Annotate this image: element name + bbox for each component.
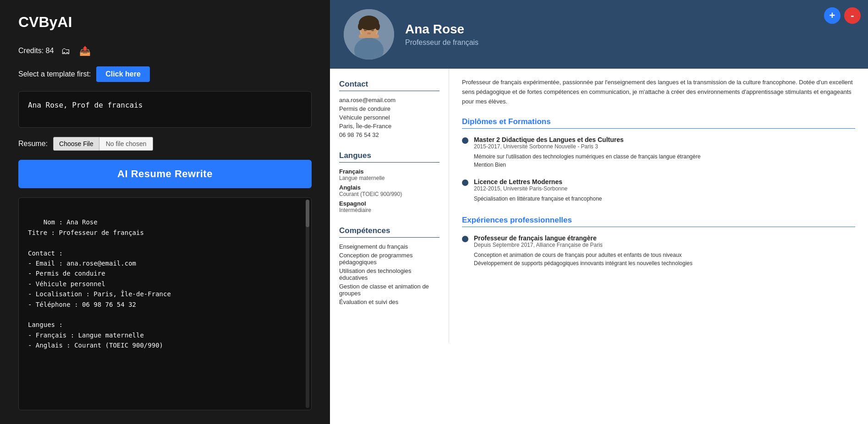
contact-item-4: Paris, Île-de-France	[339, 123, 439, 130]
cv-name-block: Ana Rose Professeur de français	[405, 22, 854, 47]
contact-item-2: Permis de conduire	[339, 105, 439, 112]
zoom-in-button[interactable]: +	[824, 7, 841, 24]
cv-header: Ana Rose Professeur de français + -	[330, 0, 868, 69]
svg-point-9	[367, 33, 371, 35]
lang-francais: Français Langue maternelle	[339, 168, 439, 181]
timeline-dot	[462, 137, 468, 144]
cv-container: Ana Rose Professeur de français + - Cont…	[330, 0, 868, 424]
cv-name: Ana Rose	[405, 22, 854, 37]
svg-point-8	[371, 29, 374, 31]
skill-5: Évaluation et suivi des	[339, 299, 439, 305]
resume-label: Resume:	[18, 140, 48, 148]
cv-contact-section: Contact ana.rose@email.com Permis de con…	[339, 80, 439, 138]
resume-text-content: Nom : Ana Rose Titre : Professeur de fra…	[28, 218, 171, 349]
skill-4: Gestion de classe et animation de groupe…	[339, 283, 439, 297]
timeline-dot	[462, 236, 468, 242]
experiences-section-title: Expériences professionnelles	[462, 216, 855, 227]
click-here-button[interactable]: Click here	[96, 66, 149, 82]
lang-espagnol: Espagnol Intermédiaire	[339, 200, 439, 213]
right-panel: Ana Rose Professeur de français + - Cont…	[330, 0, 868, 424]
diplome-item-1: Master 2 Didactique des Langues et des C…	[462, 136, 855, 169]
lang-anglais: Anglais Courant (TOEIC 900/990)	[339, 184, 439, 197]
no-file-label: No file chosen	[99, 137, 154, 151]
scrollbar-thumb[interactable]	[306, 200, 309, 227]
cv-job-title: Professeur de français	[405, 38, 854, 47]
scrollbar-track	[306, 200, 309, 408]
contact-item-5: 06 98 76 54 32	[339, 131, 439, 138]
contact-section-title: Contact	[339, 80, 439, 91]
skill-1: Enseignement du français	[339, 243, 439, 250]
skill-2: Conception de programmes pédagogiques	[339, 252, 439, 266]
template-row: Select a template first: Click here	[18, 66, 312, 82]
cv-languages-section: Langues Français Langue maternelle Angla…	[339, 151, 439, 213]
cv-left-column: Contact ana.rose@email.com Permis de con…	[330, 69, 449, 343]
cv-competences-section: Compétences Enseignement du français Con…	[339, 226, 439, 305]
avatar	[344, 9, 394, 60]
svg-point-7	[364, 29, 367, 31]
cv-right-column: Professeur de français expérimentée, pas…	[449, 69, 868, 343]
export-icon[interactable]: 📤	[77, 44, 93, 57]
diplome-item-2: Licence de Lettres Modernes 2012-2015, U…	[462, 178, 855, 203]
contact-item-3: Véhicule personnel	[339, 114, 439, 121]
file-input-wrapper: Choose File No file chosen	[53, 137, 153, 151]
credits-row: Credits: 84 🗂 📤	[18, 44, 312, 57]
svg-point-5	[358, 23, 363, 30]
template-label: Select a template first:	[18, 70, 91, 78]
svg-point-6	[375, 23, 380, 30]
cv-header-buttons: + -	[824, 7, 861, 24]
cv-summary: Professeur de français expérimentée, pas…	[462, 78, 855, 106]
ai-rewrite-button[interactable]: AI Resume Rewrite	[18, 160, 312, 188]
cv-body: Contact ana.rose@email.com Permis de con…	[330, 69, 868, 343]
app-title: CVByAI	[18, 14, 312, 31]
cv-experiences-section: Expériences professionnelles Professeur …	[462, 216, 855, 267]
competences-section-title: Compétences	[339, 226, 439, 238]
cv-diplomes-section: Diplômes et Formations Master 2 Didactiq…	[462, 117, 855, 203]
timeline-dot	[462, 179, 468, 186]
name-input[interactable]	[18, 91, 312, 128]
zoom-out-button[interactable]: -	[844, 7, 861, 24]
diplomes-section-title: Diplômes et Formations	[462, 117, 855, 129]
contact-item-1: ana.rose@email.com	[339, 97, 439, 103]
languages-section-title: Langues	[339, 151, 439, 163]
left-panel: CVByAI Credits: 84 🗂 📤 Select a template…	[0, 0, 330, 424]
stack-icon[interactable]: 🗂	[59, 45, 72, 57]
choose-file-button[interactable]: Choose File	[53, 137, 99, 151]
credits-label: Credits: 84	[18, 47, 54, 55]
resume-text-area[interactable]: Nom : Ana Rose Titre : Professeur de fra…	[18, 197, 312, 410]
resume-row: Resume: Choose File No file chosen	[18, 137, 312, 151]
experience-item-1: Professeur de français langue étrangère …	[462, 234, 855, 267]
svg-rect-10	[359, 34, 379, 38]
skill-3: Utilisation des technologies éducatives	[339, 267, 439, 281]
